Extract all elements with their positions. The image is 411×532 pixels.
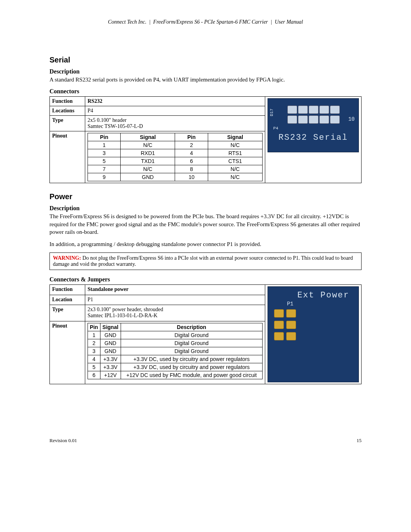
serial-desc-heading: Description [49, 68, 362, 75]
label-pinout: Pinout [50, 131, 85, 183]
power-desc2: In addition, a programming / desktop deb… [49, 240, 362, 248]
label-pinout: Pinout [50, 321, 85, 384]
col-header: Pin [175, 133, 208, 141]
table-row: 7N/C8N/C [88, 165, 263, 173]
col-header: Signal [121, 133, 175, 141]
power-pcb-image: Ext Power P1 [265, 285, 362, 384]
label-type: Type [50, 116, 85, 131]
serial-pinout-cell: PinSignalPinSignal 1N/C2N/C3RXD14RTS15TX… [85, 131, 265, 183]
power-location: P1 [85, 295, 265, 305]
col-header: Signal [208, 133, 262, 141]
col-header: Pin [88, 133, 121, 141]
table-row: 1GNDDigital Ground [88, 331, 263, 339]
table-row: 3RXD14RTS1 [88, 149, 263, 157]
power-heading: Power [49, 192, 362, 201]
power-type: 2x3 0.100" power header, shrouded Samtec… [85, 305, 265, 321]
table-row: 9GND10N/C [88, 173, 263, 181]
header-doc: User Manual [275, 19, 303, 25]
serial-locations: P4 [85, 106, 265, 116]
header-company: Connect Tech Inc. [108, 19, 147, 25]
page-footer: Revision 0.01 15 [49, 438, 362, 444]
table-row: 6+12V+12V DC used by FMC module, and pow… [88, 371, 263, 379]
power-connector-table: Function Standalone power Ext Power P1 L… [49, 284, 362, 384]
label-function: Function [50, 97, 85, 106]
table-row: 3GNDDigital Ground [88, 347, 263, 355]
table-row: 5TXD16CTS1 [88, 157, 263, 165]
warning-label: WARNING: [53, 255, 81, 261]
warning-text: Do not plug the FreeForm/Express S6 into… [53, 255, 353, 267]
label-locations: Locations [50, 106, 85, 116]
serial-heading: Serial [49, 56, 362, 64]
serial-conn-heading: Connectors [49, 88, 362, 95]
table-row: 4+3.3V+3.3V DC, used by circuitry and po… [88, 355, 263, 363]
header-product: FreeForm/Express S6 - PCIe Spartan-6 FMC… [153, 19, 268, 25]
page-header: Connect Tech Inc. | FreeForm/Express S6 … [49, 19, 362, 25]
label-type: Type [50, 305, 85, 321]
footer-page: 15 [357, 438, 362, 444]
label-function: Function [50, 285, 85, 295]
serial-type: 2x5 0.100" header Samtec TSW-105-07-L-D [85, 116, 265, 131]
power-pinout-cell: PinSignalDescription 1GNDDigital Ground2… [85, 321, 265, 384]
power-function: Standalone power [85, 285, 265, 295]
table-row: 1N/C2N/C [88, 141, 263, 149]
table-row: 5+3.3V+3.3V DC, used by circuitry and po… [88, 363, 263, 371]
serial-pinout-table: PinSignalPinSignal 1N/C2N/C3RXD14RTS15TX… [88, 133, 263, 181]
serial-pcb-image: D17 10 P4 RS232 Serial [265, 97, 362, 183]
serial-connector-table: Function RS232 D17 10 P4 RS232 Serial Lo… [49, 96, 362, 183]
serial-desc: A standard RS232 serial ports is provide… [49, 76, 362, 83]
col-header: Pin [88, 323, 100, 331]
power-conn-heading: Connectors & Jumpers [49, 276, 362, 283]
power-warning: WARNING: Do not plug the FreeForm/Expres… [49, 252, 362, 270]
footer-revision: Revision 0.01 [49, 438, 77, 444]
table-row: 2GNDDigital Ground [88, 339, 263, 347]
label-location: Location [50, 295, 85, 305]
power-pinout-table: PinSignalDescription 1GNDDigital Ground2… [88, 323, 263, 379]
col-header: Signal [100, 323, 121, 331]
col-header: Description [121, 323, 262, 331]
power-desc1: The FreeForm/Express S6 is designed to b… [49, 212, 362, 236]
serial-function: RS232 [85, 97, 265, 106]
power-desc-heading: Description [49, 205, 362, 212]
